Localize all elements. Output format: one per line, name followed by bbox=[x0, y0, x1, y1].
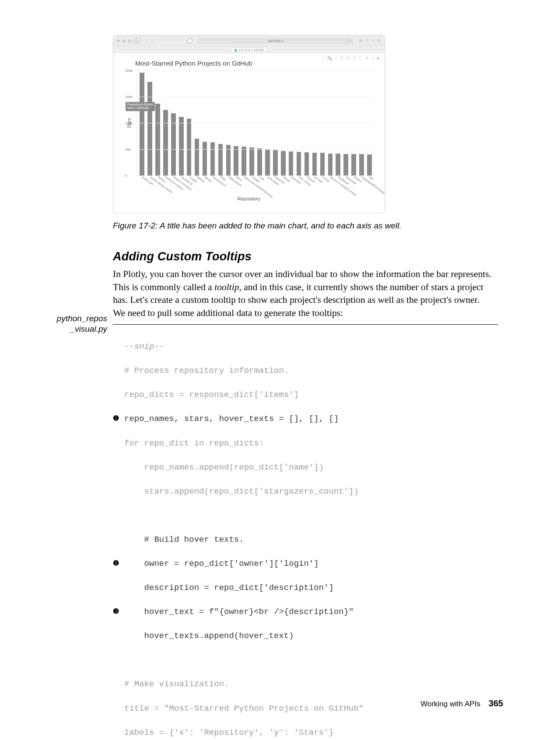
bar[interactable]: system-design-primer bbox=[147, 82, 152, 175]
forward-button[interactable]: 〉 bbox=[151, 38, 156, 44]
bar-plot[interactable]: Stars public-apissystem-design-primerPyt… bbox=[137, 70, 374, 176]
bar[interactable]: keyhacks bbox=[289, 151, 294, 175]
bar[interactable]: awesome-machine-learning bbox=[242, 147, 246, 175]
bar[interactable]: core bbox=[257, 148, 262, 175]
bar[interactable]: scikit-learn bbox=[265, 149, 270, 175]
bar[interactable]: Pytorch bbox=[304, 152, 309, 175]
code-marker-3: ❸ bbox=[113, 606, 124, 618]
hover-tooltip: Repository=PythonStars=136.826k bbox=[126, 102, 155, 111]
x-tick: django bbox=[204, 175, 213, 183]
browser-tab[interactable]: ▣ 127.0.0.1:65249 bbox=[231, 48, 267, 53]
code-listing: --snip-- # Process repository informatio… bbox=[113, 324, 498, 740]
toolbar-right-icons[interactable]: ⊕ ⇧ + ⧉ bbox=[359, 38, 381, 43]
browser-window: 〈 〉 127.0.0.1 ⟳ ⊕ ⇧ + ⧉ ▣ 127.0.0.1:6524… bbox=[113, 35, 385, 213]
body-paragraph-2: We need to pull some additional data to … bbox=[113, 307, 498, 320]
bar[interactable]: you-get bbox=[312, 153, 317, 175]
back-button[interactable]: 〈 bbox=[144, 38, 148, 44]
traffic-light-close-icon[interactable] bbox=[117, 39, 120, 42]
bar[interactable]: awesome-python bbox=[163, 110, 168, 175]
bar[interactable]: keras bbox=[234, 146, 238, 175]
bar[interactable]: thefuck bbox=[195, 139, 200, 175]
tab-strip: ▣ 127.0.0.1:65249 bbox=[113, 46, 385, 53]
plotly-modebar[interactable]: ⌂ 🔍 + ☐ ⟲ ☐ ☐ ✕ ≡ ■ bbox=[322, 56, 380, 60]
code-filename: python_repos _visual.py bbox=[44, 313, 107, 334]
footer-label: Working with APIs bbox=[420, 700, 480, 708]
bar[interactable]: models bbox=[187, 119, 192, 175]
bar[interactable]: django bbox=[203, 142, 207, 175]
code-marker-1: ❶ bbox=[113, 413, 124, 425]
x-tick: thefuck bbox=[196, 175, 206, 183]
page-footer: Working with APIs 365 bbox=[420, 698, 503, 708]
bar[interactable]: big-list-of-naughty-strings bbox=[328, 154, 333, 175]
bar[interactable]: youtube-dl bbox=[179, 117, 184, 175]
reload-icon[interactable]: ⟳ bbox=[347, 39, 351, 43]
traffic-light-min-icon[interactable] bbox=[122, 39, 126, 42]
bar[interactable]: flask bbox=[218, 144, 223, 175]
bar[interactable]: rich bbox=[367, 154, 372, 175]
bar[interactable]: fastapi bbox=[281, 151, 286, 175]
bar[interactable]: transformers bbox=[210, 142, 215, 175]
chart-area: ⌂ 🔍 + ☐ ⟲ ☐ ☐ ✕ ≡ ■ Most-Starred Python … bbox=[113, 53, 385, 213]
bar[interactable]: ansible bbox=[249, 147, 254, 175]
sidebar-toggle-icon[interactable] bbox=[134, 38, 141, 43]
code-marker-2: ❷ bbox=[113, 558, 124, 570]
x-tick: you-get bbox=[314, 175, 324, 183]
url-bar[interactable]: 127.0.0.1 ⟳ bbox=[198, 38, 354, 44]
x-axis-label: Repository bbox=[121, 196, 377, 201]
bar[interactable]: faceswap bbox=[343, 154, 348, 175]
figure-caption: Figure 17-2: A title has been added to t… bbox=[113, 221, 498, 231]
traffic-light-max-icon[interactable] bbox=[128, 39, 131, 42]
x-tick: rich bbox=[369, 175, 374, 181]
body-paragraph-1: In Plotly, you can hover the cursor over… bbox=[113, 268, 498, 307]
bar[interactable]: public-apis bbox=[140, 73, 144, 175]
chart-title: Most-Starred Python Projects on GitHub bbox=[135, 60, 377, 67]
page-number: 365 bbox=[489, 698, 503, 708]
bar[interactable]: PayloadsAllTheThings bbox=[359, 154, 364, 175]
bar[interactable]: localstack bbox=[336, 154, 340, 175]
shield-icon[interactable] bbox=[187, 38, 192, 43]
bar[interactable]: requests bbox=[273, 150, 278, 175]
browser-titlebar: 〈 〉 127.0.0.1 ⟳ ⊕ ⇧ + ⧉ bbox=[113, 35, 385, 46]
bar[interactable]: face_recog bbox=[297, 152, 301, 175]
bar[interactable]: scrapy bbox=[320, 153, 325, 175]
section-heading: Adding Custom Tooltips bbox=[113, 250, 498, 263]
bar[interactable]: PythonRepository=PythonStars=136.826k bbox=[155, 104, 160, 175]
url-text: 127.0.0.1 bbox=[268, 39, 283, 43]
bar[interactable]: funNLP bbox=[351, 154, 356, 175]
